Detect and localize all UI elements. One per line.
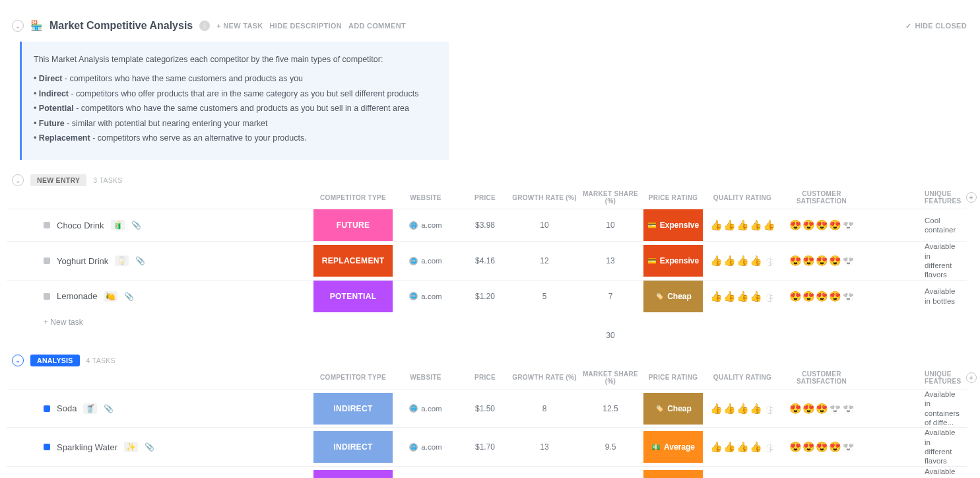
share-cell[interactable]: 13: [577, 256, 643, 265]
price-rating-badge[interactable]: 💵Average: [643, 470, 703, 479]
col-competitor-type[interactable]: COMPETITOR TYPE: [313, 374, 393, 381]
add-column-button[interactable]: +: [966, 372, 977, 383]
share-cell[interactable]: 10: [577, 221, 643, 230]
table-row[interactable]: Sparkling Water ✨ 📎 INDIRECT 🌐a.com $1.7…: [7, 427, 967, 466]
col-growth-rate[interactable]: GROWTH RATE (%): [511, 194, 577, 201]
share-cell[interactable]: 12.5: [577, 404, 643, 413]
attachment-icon[interactable]: 📎: [124, 292, 134, 301]
growth-cell[interactable]: 5: [511, 292, 577, 301]
new-task-button[interactable]: + NEW TASK: [216, 22, 263, 30]
satisfaction-cell[interactable]: 😍😍😍😍😍: [782, 219, 861, 231]
status-square[interactable]: [44, 257, 50, 264]
quality-rating-cell[interactable]: 👍👍👍👍👍: [703, 290, 782, 302]
col-quality-rating[interactable]: QUALITY RATING: [703, 194, 782, 201]
table-row[interactable]: Lemonade 🍋 📎 POTENTIAL 🌐a.com $1.20 5 7 …: [7, 280, 967, 312]
task-name-cell[interactable]: Sparkling Water ✨ 📎: [7, 442, 313, 452]
satisfaction-cell[interactable]: 😍😍😍😍😍: [782, 441, 861, 453]
features-cell[interactable]: Available in bottles: [919, 287, 955, 306]
task-name-cell[interactable]: Soda 🥤 📎: [7, 403, 313, 414]
share-cell[interactable]: 9.5: [577, 442, 643, 452]
growth-cell[interactable]: 12: [511, 256, 577, 265]
quality-rating-cell[interactable]: 👍👍👍👍👍: [703, 219, 782, 231]
status-square[interactable]: [44, 405, 50, 412]
competitor-type-badge[interactable]: INDIRECT: [313, 393, 393, 425]
col-price[interactable]: PRICE: [459, 194, 511, 201]
col-website[interactable]: WEBSITE: [393, 194, 459, 201]
col-market-share[interactable]: MARKET SHARE (%): [577, 190, 643, 205]
col-market-share[interactable]: MARKET SHARE (%): [577, 370, 643, 385]
share-cell[interactable]: 7: [577, 292, 643, 301]
col-unique-features[interactable]: UNIQUE FEATURES: [919, 370, 962, 385]
satisfaction-cell[interactable]: 😍😍😍😍😍: [782, 290, 861, 302]
task-name-cell[interactable]: Yoghurt Drink 🥛 📎: [7, 256, 313, 266]
price-cell[interactable]: $3.98: [459, 221, 511, 230]
website-cell[interactable]: 🌐a.com: [393, 221, 459, 230]
competitor-type-badge[interactable]: POTENTIAL: [313, 470, 393, 479]
features-cell[interactable]: Available in containers of diffe...: [919, 390, 960, 428]
price-cell[interactable]: $1.20: [459, 292, 511, 301]
price-cell[interactable]: $1.50: [459, 404, 511, 413]
col-price-rating[interactable]: PRICE RATING: [643, 374, 703, 381]
collapse-list-button[interactable]: ⌄: [12, 20, 24, 32]
attachment-icon[interactable]: 📎: [135, 256, 145, 265]
table-row[interactable]: Soda 🥤 📎 INDIRECT 🌐a.com $1.50 8 12.5 🏷️…: [7, 389, 967, 428]
add-comment-button[interactable]: ADD COMMENT: [348, 22, 406, 30]
growth-cell[interactable]: 13: [511, 442, 577, 452]
features-cell[interactable]: Available in different flavors: [919, 242, 955, 280]
competitor-type-badge[interactable]: FUTURE: [313, 209, 393, 241]
website-cell[interactable]: 🌐a.com: [393, 257, 459, 265]
col-quality-rating[interactable]: QUALITY RATING: [703, 374, 782, 381]
col-customer-satisfaction[interactable]: CUSTOMER SATISFACTION: [782, 370, 861, 385]
quality-rating-cell[interactable]: 👍👍👍👍👍: [703, 255, 782, 267]
competitor-type-badge[interactable]: INDIRECT: [313, 431, 393, 463]
collapse-group-button[interactable]: ⌄: [12, 355, 24, 366]
features-cell[interactable]: Available in different flavors: [919, 467, 955, 478]
quality-rating-cell[interactable]: 👍👍👍👍👍: [703, 441, 782, 453]
col-growth-rate[interactable]: GROWTH RATE (%): [511, 374, 577, 381]
price-rating-badge[interactable]: 💳Expensive: [643, 245, 703, 277]
col-price-rating[interactable]: PRICE RATING: [643, 194, 703, 201]
growth-cell[interactable]: 10: [511, 221, 577, 230]
status-square[interactable]: [44, 293, 50, 300]
group-name-chip[interactable]: NEW ENTRY: [30, 174, 86, 186]
new-task-row[interactable]: + New task: [7, 312, 967, 331]
hide-closed-button[interactable]: HIDE CLOSED: [905, 22, 967, 30]
features-cell[interactable]: Available in different flavors: [919, 428, 955, 466]
price-cell[interactable]: $1.70: [459, 442, 511, 452]
table-row[interactable]: Choco Drink 🧃 📎 FUTURE 🌐a.com $3.98 10 1…: [7, 209, 967, 241]
add-column-button[interactable]: +: [966, 192, 977, 203]
table-row[interactable]: Iced Tea 🧋 📎 POTENTIAL 🌐a.com $1.80 9 7.…: [7, 466, 967, 478]
attachment-icon[interactable]: 📎: [131, 221, 141, 230]
satisfaction-cell[interactable]: 😍😍😍😍😍: [782, 255, 861, 267]
col-competitor-type[interactable]: COMPETITOR TYPE: [313, 194, 393, 201]
price-cell[interactable]: $4.16: [459, 256, 511, 265]
website-cell[interactable]: 🌐a.com: [393, 404, 459, 413]
task-name-cell[interactable]: Lemonade 🍋 📎: [7, 291, 313, 302]
price-rating-badge[interactable]: 🏷️Cheap: [643, 281, 703, 312]
hide-description-button[interactable]: HIDE DESCRIPTION: [270, 22, 342, 30]
website-cell[interactable]: 🌐a.com: [393, 292, 459, 300]
website-cell[interactable]: 🌐a.com: [393, 443, 459, 452]
col-customer-satisfaction[interactable]: CUSTOMER SATISFACTION: [782, 190, 861, 205]
attachment-icon[interactable]: 📎: [145, 442, 154, 452]
task-name-cell[interactable]: Choco Drink 🧃 📎: [7, 220, 313, 230]
status-square[interactable]: [44, 444, 50, 450]
col-price[interactable]: PRICE: [459, 374, 511, 381]
quality-rating-cell[interactable]: 👍👍👍👍👍: [703, 403, 782, 415]
group-name-chip[interactable]: ANALYSIS: [30, 355, 80, 366]
price-rating-badge[interactable]: 💵Average: [643, 431, 703, 463]
col-unique-features[interactable]: UNIQUE FEATURES: [919, 190, 962, 205]
features-cell[interactable]: Cool container: [919, 216, 956, 235]
satisfaction-cell[interactable]: 😍😍😍😍😍: [782, 403, 861, 415]
competitor-type-badge[interactable]: POTENTIAL: [313, 281, 393, 312]
attachment-icon[interactable]: 📎: [104, 404, 114, 413]
col-website[interactable]: WEBSITE: [393, 374, 459, 381]
info-icon[interactable]: i: [199, 20, 210, 31]
growth-cell[interactable]: 8: [511, 404, 577, 413]
status-square[interactable]: [44, 222, 50, 228]
collapse-group-button[interactable]: ⌄: [12, 174, 24, 186]
price-rating-badge[interactable]: 💳Expensive: [643, 209, 703, 241]
table-row[interactable]: Yoghurt Drink 🥛 📎 REPLACEMENT 🌐a.com $4.…: [7, 241, 967, 280]
price-rating-badge[interactable]: 🏷️Cheap: [643, 393, 703, 425]
competitor-type-badge[interactable]: REPLACEMENT: [313, 245, 393, 277]
